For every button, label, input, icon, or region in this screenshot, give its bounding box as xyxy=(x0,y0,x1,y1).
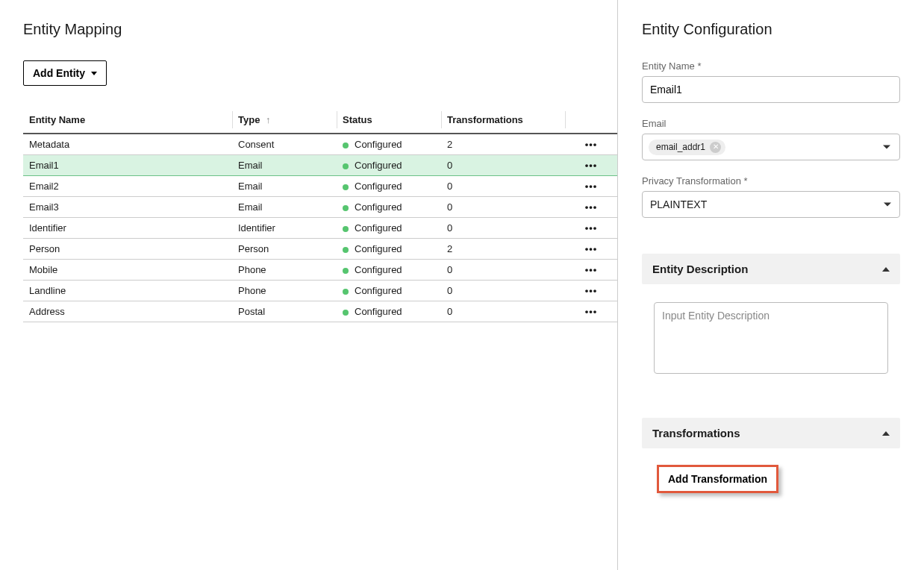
cell-name: Email2 xyxy=(23,176,232,197)
cell-transformations: 0 xyxy=(441,301,565,322)
transformations-section-header[interactable]: Transformations xyxy=(642,418,900,448)
cell-transformations: 2 xyxy=(441,134,565,155)
cell-status: Configured xyxy=(337,239,441,260)
cell-type: Identifier xyxy=(232,218,337,239)
cell-status: Configured xyxy=(337,197,441,218)
status-dot-icon xyxy=(343,247,349,253)
config-title: Entity Configuration xyxy=(642,21,900,38)
status-dot-icon xyxy=(343,142,349,148)
row-actions-button[interactable]: ••• xyxy=(565,260,617,281)
table-row[interactable]: Email1EmailConfigured0••• xyxy=(23,155,617,176)
cell-status: Configured xyxy=(337,155,441,176)
cell-status: Configured xyxy=(337,176,441,197)
cell-status: Configured xyxy=(337,260,441,281)
entity-description-field[interactable] xyxy=(654,302,888,374)
row-actions-button[interactable]: ••• xyxy=(565,134,617,155)
description-section-label: Entity Description xyxy=(652,263,748,275)
privacy-label: Privacy Transformation xyxy=(642,175,900,187)
status-dot-icon xyxy=(343,268,349,274)
cell-type: Email xyxy=(232,155,337,176)
col-status[interactable]: Status xyxy=(337,107,441,134)
row-actions-button[interactable]: ••• xyxy=(565,218,617,239)
status-dot-icon xyxy=(343,226,349,232)
row-actions-button[interactable]: ••• xyxy=(565,176,617,197)
table-row[interactable]: Email3EmailConfigured0••• xyxy=(23,197,617,218)
entity-name-field[interactable] xyxy=(642,76,900,103)
cell-status: Configured xyxy=(337,301,441,322)
cell-status: Configured xyxy=(337,281,441,301)
cell-name: Email1 xyxy=(23,155,232,176)
table-row[interactable]: LandlinePhoneConfigured0••• xyxy=(23,281,617,301)
entity-configuration-panel: Entity Configuration Entity Name Email e… xyxy=(618,0,924,570)
cell-type: Postal xyxy=(232,301,337,322)
table-row[interactable]: MobilePhoneConfigured0••• xyxy=(23,260,617,281)
cell-status: Configured xyxy=(337,218,441,239)
col-type[interactable]: Type ↑ xyxy=(232,107,337,134)
caret-down-icon xyxy=(91,72,97,75)
cell-type: Consent xyxy=(232,134,337,155)
entity-mapping-panel: Entity Mapping Add Entity Entity Name Ty… xyxy=(0,0,618,570)
cell-transformations: 0 xyxy=(441,176,565,197)
table-row[interactable]: MetadataConsentConfigured2••• xyxy=(23,134,617,155)
status-dot-icon xyxy=(343,163,349,169)
cell-transformations: 0 xyxy=(441,155,565,176)
col-actions xyxy=(565,107,617,134)
cell-name: Person xyxy=(23,239,232,260)
page-title: Entity Mapping xyxy=(23,21,617,38)
row-actions-button[interactable]: ••• xyxy=(565,281,617,301)
cell-type: Phone xyxy=(232,260,337,281)
cell-transformations: 0 xyxy=(441,197,565,218)
add-entity-label: Add Entity xyxy=(33,67,85,79)
entity-table: Entity Name Type ↑ Status Transformation… xyxy=(23,107,617,322)
cell-name: Identifier xyxy=(23,218,232,239)
cell-transformations: 2 xyxy=(441,239,565,260)
table-row[interactable]: AddressPostalConfigured0••• xyxy=(23,301,617,322)
cell-name: Landline xyxy=(23,281,232,301)
email-chip: email_addr1 ✕ xyxy=(649,140,725,155)
privacy-value: PLAINTEXT xyxy=(650,198,707,210)
row-actions-button[interactable]: ••• xyxy=(565,155,617,176)
status-dot-icon xyxy=(343,289,349,295)
table-row[interactable]: IdentifierIdentifierConfigured0••• xyxy=(23,218,617,239)
email-chip-label: email_addr1 xyxy=(656,142,705,152)
cell-status: Configured xyxy=(337,134,441,155)
status-dot-icon xyxy=(343,205,349,211)
cell-name: Address xyxy=(23,301,232,322)
cell-name: Email3 xyxy=(23,197,232,218)
cell-transformations: 0 xyxy=(441,260,565,281)
cell-name: Mobile xyxy=(23,260,232,281)
col-entity-name[interactable]: Entity Name xyxy=(23,107,232,134)
chevron-up-icon xyxy=(882,267,890,272)
add-transformation-button[interactable]: Add Transformation xyxy=(657,465,778,493)
add-entity-button[interactable]: Add Entity xyxy=(23,60,107,86)
sort-ascending-icon: ↑ xyxy=(266,114,271,125)
cell-type: Person xyxy=(232,239,337,260)
row-actions-button[interactable]: ••• xyxy=(565,197,617,218)
email-select[interactable]: email_addr1 ✕ xyxy=(642,134,900,160)
cell-type: Phone xyxy=(232,281,337,301)
privacy-select[interactable]: PLAINTEXT xyxy=(642,191,900,218)
status-dot-icon xyxy=(343,310,349,316)
col-transformations[interactable]: Transformations xyxy=(441,107,565,134)
status-dot-icon xyxy=(343,184,349,190)
cell-transformations: 0 xyxy=(441,281,565,301)
add-transformation-label: Add Transformation xyxy=(668,473,767,485)
chip-remove-icon[interactable]: ✕ xyxy=(710,142,721,153)
email-label: Email xyxy=(642,118,900,129)
table-row[interactable]: PersonPersonConfigured2••• xyxy=(23,239,617,260)
cell-transformations: 0 xyxy=(441,218,565,239)
description-section-header[interactable]: Entity Description xyxy=(642,254,900,284)
caret-down-icon xyxy=(883,145,890,149)
transformations-section-label: Transformations xyxy=(652,427,740,439)
chevron-up-icon xyxy=(882,431,890,436)
entity-name-label: Entity Name xyxy=(642,60,900,72)
cell-name: Metadata xyxy=(23,134,232,155)
row-actions-button[interactable]: ••• xyxy=(565,239,617,260)
table-row[interactable]: Email2EmailConfigured0••• xyxy=(23,176,617,197)
row-actions-button[interactable]: ••• xyxy=(565,301,617,322)
cell-type: Email xyxy=(232,176,337,197)
cell-type: Email xyxy=(232,197,337,218)
